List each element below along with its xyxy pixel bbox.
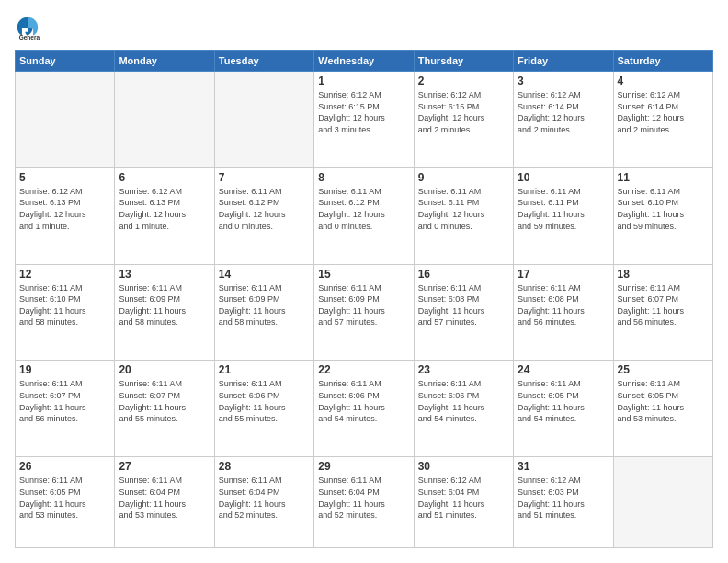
page: General Blue SundayMondayTuesdayWednesda… <box>0 0 728 563</box>
day-number: 8 <box>318 171 409 184</box>
day-number: 11 <box>618 171 709 184</box>
day-info: Sunrise: 6:11 AM Sunset: 6:12 PM Dayligh… <box>318 186 409 232</box>
calendar-cell: 16Sunrise: 6:11 AM Sunset: 6:08 PM Dayli… <box>414 264 513 361</box>
day-info: Sunrise: 6:11 AM Sunset: 6:07 PM Dayligh… <box>618 282 709 328</box>
day-info: Sunrise: 6:12 AM Sunset: 6:14 PM Dayligh… <box>618 89 709 135</box>
weekday-header-thursday: Thursday <box>414 51 513 72</box>
calendar-cell <box>613 457 712 548</box>
calendar-cell: 25Sunrise: 6:11 AM Sunset: 6:05 PM Dayli… <box>613 361 712 457</box>
calendar-cell: 12Sunrise: 6:11 AM Sunset: 6:10 PM Dayli… <box>16 264 115 361</box>
day-info: Sunrise: 6:12 AM Sunset: 6:13 PM Dayligh… <box>119 186 210 232</box>
calendar-cell: 29Sunrise: 6:11 AM Sunset: 6:04 PM Dayli… <box>314 457 414 548</box>
calendar-cell: 8Sunrise: 6:11 AM Sunset: 6:12 PM Daylig… <box>314 167 414 264</box>
calendar-cell: 9Sunrise: 6:11 AM Sunset: 6:11 PM Daylig… <box>414 167 513 264</box>
day-number: 3 <box>518 75 609 87</box>
day-number: 12 <box>19 268 110 281</box>
day-info: Sunrise: 6:11 AM Sunset: 6:04 PM Dayligh… <box>219 475 310 521</box>
calendar-cell: 18Sunrise: 6:11 AM Sunset: 6:07 PM Dayli… <box>613 264 712 361</box>
weekday-header-sunday: Sunday <box>16 51 115 72</box>
calendar-cell: 23Sunrise: 6:11 AM Sunset: 6:06 PM Dayli… <box>414 361 513 457</box>
calendar-cell: 19Sunrise: 6:11 AM Sunset: 6:07 PM Dayli… <box>16 361 115 457</box>
calendar-cell: 28Sunrise: 6:11 AM Sunset: 6:04 PM Dayli… <box>214 457 313 548</box>
day-info: Sunrise: 6:11 AM Sunset: 6:04 PM Dayligh… <box>119 475 210 521</box>
day-number: 25 <box>618 363 709 376</box>
calendar-cell: 5Sunrise: 6:12 AM Sunset: 6:13 PM Daylig… <box>16 167 115 264</box>
day-number: 21 <box>219 363 310 376</box>
weekday-header-saturday: Saturday <box>613 51 712 72</box>
day-info: Sunrise: 6:12 AM Sunset: 6:03 PM Dayligh… <box>518 475 609 521</box>
calendar-row-3: 19Sunrise: 6:11 AM Sunset: 6:07 PM Dayli… <box>16 361 713 457</box>
day-info: Sunrise: 6:11 AM Sunset: 6:04 PM Dayligh… <box>318 475 409 521</box>
calendar-cell: 13Sunrise: 6:11 AM Sunset: 6:09 PM Dayli… <box>115 264 214 361</box>
day-info: Sunrise: 6:12 AM Sunset: 6:13 PM Dayligh… <box>19 186 110 232</box>
day-number: 24 <box>518 363 609 376</box>
day-number: 10 <box>518 171 609 184</box>
day-number: 27 <box>119 460 210 473</box>
day-info: Sunrise: 6:11 AM Sunset: 6:05 PM Dayligh… <box>518 378 609 424</box>
day-number: 14 <box>219 268 310 281</box>
calendar-cell: 20Sunrise: 6:11 AM Sunset: 6:07 PM Dayli… <box>115 361 214 457</box>
day-info: Sunrise: 6:11 AM Sunset: 6:08 PM Dayligh… <box>418 282 509 328</box>
day-info: Sunrise: 6:12 AM Sunset: 6:14 PM Dayligh… <box>518 89 609 135</box>
day-info: Sunrise: 6:11 AM Sunset: 6:05 PM Dayligh… <box>618 378 709 424</box>
calendar-table: SundayMondayTuesdayWednesdayThursdayFrid… <box>15 50 713 548</box>
day-info: Sunrise: 6:12 AM Sunset: 6:04 PM Dayligh… <box>418 475 509 521</box>
calendar-cell <box>214 72 313 168</box>
day-number: 17 <box>518 268 609 281</box>
day-number: 26 <box>19 460 110 473</box>
day-number: 29 <box>318 460 409 473</box>
calendar-row-1: 5Sunrise: 6:12 AM Sunset: 6:13 PM Daylig… <box>16 167 713 264</box>
calendar-cell: 10Sunrise: 6:11 AM Sunset: 6:11 PM Dayli… <box>514 167 613 264</box>
weekday-header-friday: Friday <box>514 51 613 72</box>
calendar-cell: 2Sunrise: 6:12 AM Sunset: 6:15 PM Daylig… <box>414 72 513 168</box>
weekday-header-wednesday: Wednesday <box>314 51 414 72</box>
day-number: 5 <box>19 171 110 184</box>
day-info: Sunrise: 6:11 AM Sunset: 6:06 PM Dayligh… <box>219 378 310 424</box>
day-number: 6 <box>119 171 210 184</box>
day-number: 15 <box>318 268 409 281</box>
day-number: 2 <box>418 75 509 87</box>
day-info: Sunrise: 6:11 AM Sunset: 6:09 PM Dayligh… <box>119 282 210 328</box>
day-info: Sunrise: 6:12 AM Sunset: 6:15 PM Dayligh… <box>418 89 509 135</box>
weekday-header-row: SundayMondayTuesdayWednesdayThursdayFrid… <box>16 51 713 72</box>
calendar-cell: 6Sunrise: 6:12 AM Sunset: 6:13 PM Daylig… <box>115 167 214 264</box>
day-number: 1 <box>318 75 409 87</box>
day-info: Sunrise: 6:11 AM Sunset: 6:07 PM Dayligh… <box>119 378 210 424</box>
weekday-header-tuesday: Tuesday <box>214 51 313 72</box>
day-info: Sunrise: 6:11 AM Sunset: 6:07 PM Dayligh… <box>19 378 110 424</box>
calendar-cell: 31Sunrise: 6:12 AM Sunset: 6:03 PM Dayli… <box>514 457 613 548</box>
weekday-header-monday: Monday <box>115 51 214 72</box>
calendar-cell: 21Sunrise: 6:11 AM Sunset: 6:06 PM Dayli… <box>214 361 313 457</box>
day-number: 19 <box>19 363 110 376</box>
day-number: 31 <box>518 460 609 473</box>
day-number: 7 <box>219 171 310 184</box>
calendar-cell <box>16 72 115 168</box>
day-number: 30 <box>418 460 509 473</box>
day-number: 20 <box>119 363 210 376</box>
day-info: Sunrise: 6:12 AM Sunset: 6:15 PM Dayligh… <box>318 89 409 135</box>
day-info: Sunrise: 6:11 AM Sunset: 6:08 PM Dayligh… <box>518 282 609 328</box>
calendar-cell: 30Sunrise: 6:12 AM Sunset: 6:04 PM Dayli… <box>414 457 513 548</box>
calendar-cell <box>115 72 214 168</box>
calendar-cell: 4Sunrise: 6:12 AM Sunset: 6:14 PM Daylig… <box>613 72 712 168</box>
day-number: 22 <box>318 363 409 376</box>
calendar-cell: 27Sunrise: 6:11 AM Sunset: 6:04 PM Dayli… <box>115 457 214 548</box>
calendar-cell: 24Sunrise: 6:11 AM Sunset: 6:05 PM Dayli… <box>514 361 613 457</box>
calendar-cell: 14Sunrise: 6:11 AM Sunset: 6:09 PM Dayli… <box>214 264 313 361</box>
svg-text:General: General <box>19 34 40 40</box>
calendar-cell: 1Sunrise: 6:12 AM Sunset: 6:15 PM Daylig… <box>314 72 414 168</box>
day-number: 13 <box>119 268 210 281</box>
day-info: Sunrise: 6:11 AM Sunset: 6:09 PM Dayligh… <box>219 282 310 328</box>
day-info: Sunrise: 6:11 AM Sunset: 6:10 PM Dayligh… <box>19 282 110 328</box>
calendar-cell: 11Sunrise: 6:11 AM Sunset: 6:10 PM Dayli… <box>613 167 712 264</box>
calendar-cell: 26Sunrise: 6:11 AM Sunset: 6:05 PM Dayli… <box>16 457 115 548</box>
logo-icon: General Blue <box>15 15 40 40</box>
day-number: 28 <box>219 460 310 473</box>
day-number: 16 <box>418 268 509 281</box>
calendar-row-2: 12Sunrise: 6:11 AM Sunset: 6:10 PM Dayli… <box>16 264 713 361</box>
calendar-row-4: 26Sunrise: 6:11 AM Sunset: 6:05 PM Dayli… <box>16 457 713 548</box>
calendar-cell: 22Sunrise: 6:11 AM Sunset: 6:06 PM Dayli… <box>314 361 414 457</box>
day-number: 4 <box>618 75 709 87</box>
logo: General Blue <box>15 15 44 40</box>
calendar-cell: 17Sunrise: 6:11 AM Sunset: 6:08 PM Dayli… <box>514 264 613 361</box>
